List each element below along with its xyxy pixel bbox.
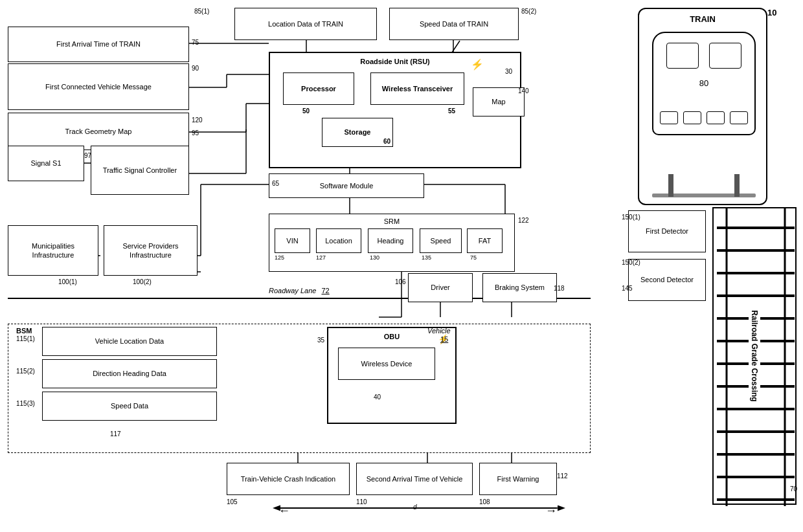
ref-145: 145	[622, 285, 633, 292]
speed-srm-box: Speed	[420, 228, 462, 253]
service-providers-box: Service Providers Infrastructure	[104, 225, 198, 276]
ref-15: 15	[440, 335, 448, 343]
ref-65: 65	[272, 180, 279, 187]
speed-data-bsm-label: Speed Data	[111, 401, 148, 410]
ref-117: 117	[110, 430, 121, 438]
ref-100-1: 100(1)	[58, 278, 77, 285]
speed-data-top-box: Speed Data of TRAIN	[389, 8, 519, 40]
location-srm-label: Location	[325, 236, 352, 245]
vin-box: VIN	[275, 228, 310, 253]
software-module-box: Software Module	[269, 173, 424, 198]
second-detector-label: Second Detector	[640, 275, 694, 284]
ref-40: 40	[374, 393, 381, 401]
ref-106: 106	[395, 278, 406, 285]
train-vehicle-crash-box: Train-Vehicle Crash Indication	[227, 463, 350, 495]
braking-system-label: Braking System	[495, 283, 545, 292]
location-srm-box: Location	[316, 228, 361, 253]
track-geometry-box: Track Geometry Map	[8, 113, 189, 150]
ref-97: 97	[84, 152, 91, 159]
ref-95: 95	[192, 129, 199, 137]
bsm-label: BSM	[16, 327, 32, 335]
first-arrival-time-label: First Arrival Time of TRAIN	[56, 39, 141, 49]
ref-115-1: 115(1)	[16, 335, 35, 342]
ref-115-2: 115(2)	[16, 368, 35, 375]
ref-80: 80	[699, 78, 708, 88]
municipalities-label: Municipalities Infrastructure	[11, 241, 95, 260]
traffic-signal-controller-label: Traffic Signal Controller	[103, 166, 177, 175]
speed-data-bsm-box: Speed Data	[42, 392, 217, 421]
train-vehicle-crash-label: Train-Vehicle Crash Indication	[241, 474, 335, 483]
second-arrival-box: Second Arrival Time of Vehicle	[356, 463, 473, 495]
ref-55: 55	[448, 107, 455, 115]
ref-118: 118	[554, 285, 565, 292]
ref-30: 30	[505, 68, 512, 75]
roadway-lane-label: Roadway Lane 72	[269, 287, 330, 294]
storage-box: Storage	[322, 118, 393, 147]
direction-heading-box: Direction Heading Data	[42, 359, 217, 388]
obu-box: OBU Wireless Device 40 ⚡	[327, 327, 457, 424]
ref-90: 90	[192, 65, 199, 72]
first-arrival-time-box: First Arrival Time of TRAIN	[8, 27, 189, 62]
ref-122: 122	[518, 217, 529, 224]
first-warning-box: First Warning	[479, 463, 557, 495]
ref-d: d	[413, 504, 417, 511]
ref-50: 50	[302, 107, 310, 115]
train-title: TRAIN	[690, 14, 716, 24]
storage-label: Storage	[345, 127, 371, 137]
heading-box: Heading	[368, 228, 413, 253]
rsu-title: Roadside Unit (RSU)	[360, 57, 430, 66]
vin-label: VIN	[286, 236, 298, 245]
signal-s1-box: Signal S1	[8, 146, 84, 181]
track-geometry-label: Track Geometry Map	[65, 127, 132, 136]
first-connected-vehicle-label: First Connected Vehicle Message	[45, 82, 152, 91]
second-arrival-label: Second Arrival Time of Vehicle	[367, 474, 463, 483]
ref-130: 130	[370, 254, 379, 262]
ref-10: 10	[767, 8, 776, 17]
map-label: Map	[492, 97, 505, 106]
wireless-transceiver-box: Wireless Transceiver	[370, 72, 464, 105]
vehicle-label: Vehicle	[427, 327, 451, 335]
ref-150-2: 150(2)	[622, 259, 640, 266]
railroad-crossing-label: Railroad Grade Crossing	[749, 307, 760, 404]
vehicle-location-data-label: Vehicle Location Data	[95, 337, 164, 346]
processor-box: Processor	[283, 72, 354, 105]
ref-127: 127	[316, 254, 326, 262]
srm-container-box: SRM VIN 125 Location 127 Heading 130 Spe…	[269, 214, 515, 272]
obu-title: OBU	[384, 332, 400, 341]
srm-title: SRM	[384, 217, 400, 226]
first-warning-label: First Warning	[497, 474, 539, 483]
train-area: TRAIN 80	[638, 8, 767, 205]
ref-72: 72	[321, 287, 329, 294]
first-connected-vehicle-box: First Connected Vehicle Message	[8, 63, 189, 110]
service-providers-label: Service Providers Infrastructure	[107, 241, 194, 260]
ref-75: 75	[192, 39, 199, 46]
first-detector-label: First Detector	[646, 227, 688, 236]
driver-label: Driver	[431, 283, 449, 292]
location-data-box: Location Data of TRAIN	[234, 8, 377, 40]
speed-srm-label: Speed	[431, 236, 451, 245]
signal-s1-label: Signal S1	[30, 159, 61, 168]
fat-box: FAT	[467, 228, 503, 253]
map-box: Map	[473, 87, 525, 116]
fat-label: FAT	[479, 236, 491, 245]
braking-system-box: Braking System	[482, 273, 557, 302]
ref-85-2: 85(2)	[521, 8, 536, 15]
wireless-device-label: Wireless Device	[361, 359, 413, 368]
ref-125: 125	[275, 254, 284, 262]
ref-135: 135	[422, 254, 431, 262]
direction-heading-label: Direction Heading Data	[93, 369, 166, 378]
location-data-label: Location Data of TRAIN	[268, 19, 343, 28]
ref-105: 105	[227, 498, 238, 505]
ref-60: 60	[383, 137, 390, 146]
traffic-signal-controller-box: Traffic Signal Controller	[91, 146, 189, 195]
wireless-transceiver-label: Wireless Transceiver	[382, 84, 453, 93]
ref-120: 120	[192, 116, 203, 124]
ref-112: 112	[557, 472, 568, 480]
driver-box: Driver	[408, 273, 473, 302]
antenna-icon: ⚡	[471, 58, 484, 72]
wireless-device-box: Wireless Device	[338, 348, 435, 380]
ref-140: 140	[518, 87, 529, 94]
ref-150-1: 150(1)	[622, 214, 640, 221]
processor-label: Processor	[301, 84, 336, 93]
heading-label: Heading	[378, 236, 404, 245]
